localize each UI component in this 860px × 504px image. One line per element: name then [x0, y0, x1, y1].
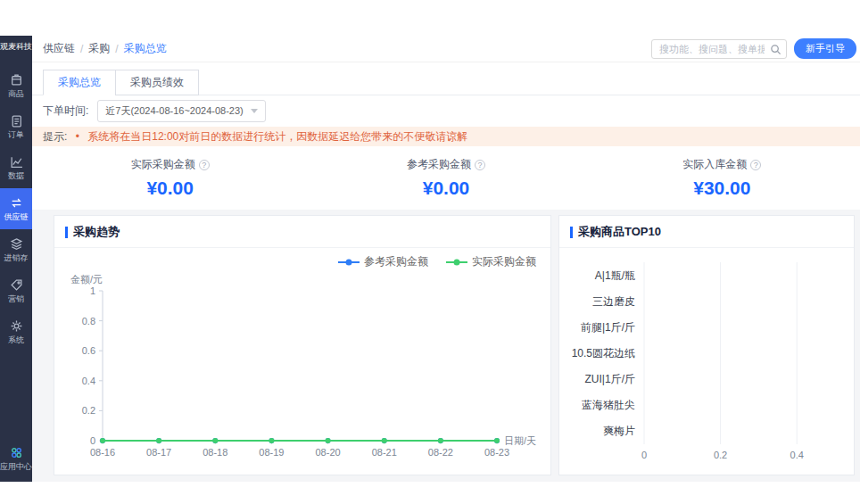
chart-legend: 参考采购金额实际采购金额 [54, 248, 550, 269]
svg-text:10.5圆花边纸: 10.5圆花边纸 [572, 347, 635, 359]
svg-text:08-23: 08-23 [484, 447, 509, 458]
sidebar-item-label: 应用中心 [0, 462, 32, 471]
search-input[interactable] [651, 39, 787, 59]
stat-value: ¥30.00 [584, 178, 860, 199]
tabs: 采购总览 采购员绩效 [32, 62, 860, 95]
content-area: 采购趋势 参考采购金额实际采购金额 金额/元00.20.40.60.8108-1… [32, 210, 860, 482]
tab-buyer-performance[interactable]: 采购员绩效 [115, 70, 199, 95]
stat-value: ¥0.00 [308, 178, 583, 199]
data-chart-icon [10, 155, 23, 169]
chevron-down-icon [251, 109, 258, 113]
sidebar-item-inventory[interactable]: 进销存 [0, 229, 32, 270]
breadcrumb-separator: / [80, 43, 83, 55]
sidebar-item-app-center[interactable]: 应用中心 [0, 438, 32, 482]
sidebar-item-label: 商品 [8, 89, 24, 98]
search-icon[interactable] [770, 43, 781, 59]
notice-bullet: • [76, 130, 79, 143]
svg-text:0.4: 0.4 [790, 450, 804, 460]
sidebar: 观麦科技 商品 订单 数据 供应链 进销存 [0, 36, 32, 482]
stat-label: 实际采购金额 [131, 157, 195, 172]
order-icon [10, 114, 23, 128]
top10-products-chart: 00.20.4A|1瓶/瓶三边磨皮前腿|1斤/斤10.5圆花边纸ZUI|1斤/斤… [562, 250, 851, 475]
legend-item[interactable]: 参考采购金额 [338, 254, 428, 269]
svg-text:0.2: 0.2 [82, 405, 95, 416]
svg-text:ZUI|1斤/斤: ZUI|1斤/斤 [585, 373, 635, 385]
svg-text:前腿|1斤/斤: 前腿|1斤/斤 [581, 321, 635, 334]
stats-row: 实际采购金额? ¥0.00 参考采购金额? ¥0.00 实际入库金额? ¥30.… [32, 146, 860, 210]
legend-item[interactable]: 实际采购金额 [446, 254, 536, 269]
svg-text:日期/天: 日期/天 [504, 435, 536, 446]
svg-text:0.6: 0.6 [82, 345, 95, 356]
stat-actual-inbound-amount: 实际入库金额? ¥30.00 [584, 155, 860, 199]
svg-text:08-19: 08-19 [259, 447, 284, 458]
sidebar-item-data[interactable]: 数据 [0, 147, 32, 188]
search-box [651, 39, 787, 59]
svg-text:蓝海猪肚尖: 蓝海猪肚尖 [582, 399, 635, 411]
info-icon[interactable]: ? [199, 160, 210, 170]
stat-reference-purchase-amount: 参考采购金额? ¥0.00 [308, 155, 583, 199]
stat-label: 实际入库金额 [682, 157, 747, 172]
sidebar-item-supply-chain[interactable]: 供应链 [0, 188, 32, 229]
sidebar-item-orders[interactable]: 订单 [0, 106, 32, 147]
sidebar-item-label: 营销 [8, 294, 24, 303]
supply-chain-icon [10, 196, 23, 210]
svg-text:A|1瓶/瓶: A|1瓶/瓶 [595, 269, 635, 282]
svg-text:08-16: 08-16 [90, 447, 115, 458]
svg-text:金额/元: 金额/元 [70, 274, 103, 285]
svg-text:08-20: 08-20 [316, 447, 341, 458]
purchase-trend-panel: 采购趋势 参考采购金额实际采购金额 金额/元00.20.40.60.8108-1… [54, 215, 551, 475]
sidebar-item-label: 系统 [8, 335, 24, 344]
breadcrumb: 供应链 / 采购 / 采购总览 [43, 41, 167, 56]
info-icon[interactable]: ? [750, 160, 761, 170]
goods-icon [10, 73, 23, 87]
date-range-select[interactable]: 近7天(2024-08-16~2024-08-23) [97, 100, 265, 122]
sidebar-item-marketing[interactable]: 营销 [0, 270, 32, 311]
sidebar-item-goods[interactable]: 商品 [0, 65, 32, 106]
svg-text:08-22: 08-22 [428, 447, 453, 458]
svg-text:08-18: 08-18 [203, 447, 227, 458]
svg-text:08-21: 08-21 [372, 447, 397, 458]
svg-text:0.8: 0.8 [82, 316, 95, 326]
svg-text:0.4: 0.4 [82, 376, 95, 386]
main-area: 供应链 / 采购 / 采购总览 新手引导 采购总览 采购员绩效 下单时间: 近7… [32, 36, 860, 482]
notice-text: 系统将在当日12:00对前日的数据进行统计，因数据延迟给您带来的不便敬请谅解 [87, 130, 467, 143]
svg-text:三边磨皮: 三边磨皮 [592, 295, 635, 308]
tab-purchase-overview[interactable]: 采购总览 [43, 70, 116, 95]
purchase-trend-title: 采购趋势 [73, 224, 120, 240]
app-logo: 观麦科技 [0, 36, 32, 56]
panel-title: 采购商品TOP10 [559, 216, 854, 248]
title-accent-bar [570, 227, 573, 238]
marketing-tag-icon [10, 278, 23, 292]
svg-text:1: 1 [90, 285, 95, 296]
top10-title: 采购商品TOP10 [578, 224, 661, 240]
gear-icon [10, 319, 23, 333]
stat-actual-purchase-amount: 实际采购金额? ¥0.00 [32, 155, 308, 199]
filter-row: 下单时间: 近7天(2024-08-16~2024-08-23) [32, 95, 860, 127]
breadcrumb-purchase-overview: 采购总览 [124, 41, 167, 56]
svg-text:08-17: 08-17 [146, 447, 171, 458]
purchase-trend-chart: 金额/元00.20.40.60.8108-1608-1708-1808-1908… [62, 269, 543, 471]
app-root: 观麦科技 商品 订单 数据 供应链 进销存 [0, 36, 860, 482]
info-icon[interactable]: ? [475, 160, 485, 170]
stat-value: ¥0.00 [32, 178, 308, 199]
sidebar-item-system[interactable]: 系统 [0, 311, 32, 352]
order-time-label: 下单时间: [43, 103, 88, 119]
svg-text:0.2: 0.2 [714, 450, 727, 460]
sidebar-item-label: 数据 [8, 171, 24, 180]
app-center-grid-icon [10, 446, 23, 459]
panel-title: 采购趋势 [54, 216, 550, 248]
date-range-value: 近7天(2024-08-16~2024-08-23) [105, 104, 243, 118]
breadcrumb-purchase[interactable]: 采购 [88, 41, 110, 56]
svg-text:爽梅片: 爽梅片 [603, 425, 635, 437]
breadcrumb-supply-chain[interactable]: 供应链 [43, 41, 75, 56]
notice-bar: 提示: • 系统将在当日12:00对前日的数据进行统计，因数据延迟给您带来的不便… [32, 127, 860, 146]
sidebar-nav: 商品 订单 数据 供应链 进销存 营销 [0, 65, 32, 438]
sidebar-item-label: 进销存 [4, 253, 29, 262]
breadcrumb-separator: / [115, 43, 118, 55]
stat-label: 参考采购金额 [407, 157, 471, 172]
guide-button[interactable]: 新手引导 [794, 38, 856, 59]
topbar-right: 新手引导 [651, 38, 856, 59]
sidebar-item-label: 供应链 [4, 212, 29, 221]
topbar: 供应链 / 采购 / 采购总览 新手引导 [32, 36, 860, 62]
svg-text:0: 0 [90, 435, 95, 446]
